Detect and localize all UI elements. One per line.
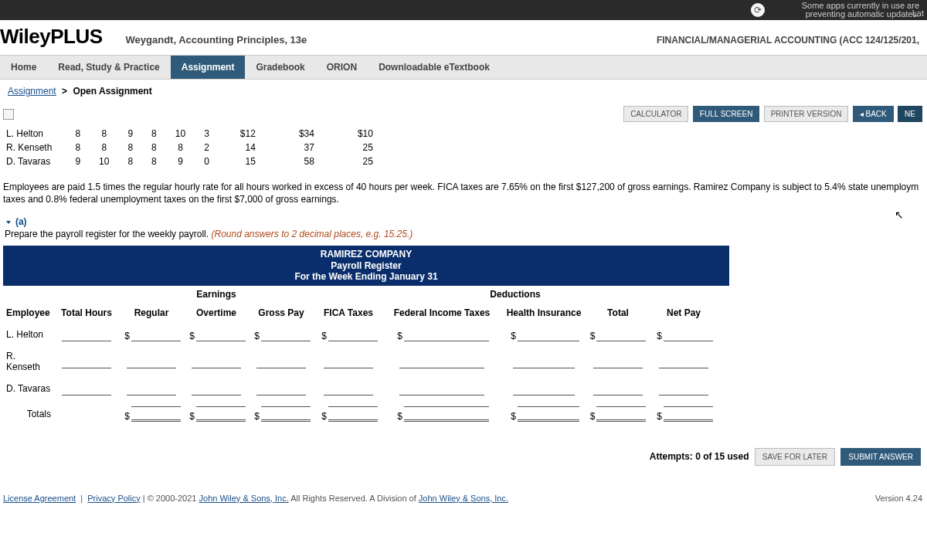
net-pay-input[interactable] [659, 355, 708, 368]
cursor-icon: ↖ [895, 209, 904, 221]
regular-total-input[interactable] [131, 406, 181, 422]
health-input[interactable] [513, 355, 575, 368]
federal-input[interactable] [399, 355, 484, 368]
course-section: FINANCIAL/MANAGERIAL ACCOUNTING (ACC 124… [657, 35, 919, 49]
gross-input[interactable] [261, 328, 311, 341]
assignment-toolbar: CALCULATOR FULL SCREEN PRINTER VERSION ◂… [617, 103, 927, 125]
emp-name: L. Helton [3, 127, 66, 141]
item-marker-icon [3, 109, 14, 120]
breadcrumb: Assignment > Open Assignment [0, 80, 927, 103]
browser-update-banner: ⟳ Some apps currently in use are prevent… [0, 0, 927, 20]
health-input[interactable] [518, 328, 579, 341]
part-letter: (a) [15, 216, 27, 227]
payroll-register: RAMIREZ COMPANY Payroll Register For the… [3, 246, 729, 426]
total-ded-input[interactable] [593, 355, 643, 368]
license-agreement-link[interactable]: License Agreement [3, 494, 76, 503]
footer-copy-mid: All Rights Reserved. A Division of [290, 494, 419, 503]
privacy-policy-link[interactable]: Privacy Policy [87, 494, 140, 503]
federal-input[interactable] [404, 328, 489, 341]
fica-input[interactable] [324, 382, 373, 395]
register-row-kenseth: R. Kenseth [3, 346, 729, 377]
nav-read-study-practice[interactable]: Read, Study & Practice [47, 56, 170, 79]
register-row-helton: L. Helton $ $ $ $ $ $ $ $ [3, 323, 729, 346]
problem-text: Employees are paid 1.5 times the regular… [0, 176, 927, 216]
row-label: L. Helton [3, 324, 54, 344]
total-hours-input[interactable] [62, 355, 111, 368]
brand-bar: WileyPLUS Weygandt, Accounting Principle… [0, 20, 927, 55]
register-columns: Employee Total Hours Regular Overtime Gr… [3, 303, 729, 323]
deductions-header: Deductions [379, 286, 652, 303]
total-ded-input[interactable] [593, 382, 643, 395]
hours-data-table: L. Helton 8898103 $12 $34 $10 R. Kenseth… [3, 127, 395, 168]
breadcrumb-sep: > [62, 86, 67, 97]
earnings-header: Earnings [119, 286, 314, 303]
federal-input[interactable] [399, 382, 484, 395]
net-pay-input[interactable] [664, 328, 713, 341]
save-for-later-button[interactable]: SAVE FOR LATER [755, 448, 835, 466]
table-row: D. Tavaras 9108890 15 58 25 [3, 154, 395, 168]
collapse-icon: ▼ [5, 219, 12, 226]
total-hours-input[interactable] [62, 328, 111, 341]
part-label[interactable]: ▼(a) [0, 216, 927, 227]
back-button[interactable]: ◂ BACK [853, 106, 894, 122]
banner-right-trunc: Lat [912, 9, 924, 18]
fica-input[interactable] [324, 355, 373, 368]
submit-answer-button[interactable]: SUBMIT ANSWER [840, 448, 921, 466]
breadcrumb-link-assignment[interactable]: Assignment [8, 86, 56, 97]
table-row: L. Helton 8898103 $12 $34 $10 [3, 127, 395, 141]
emp-name: D. Tavaras [3, 154, 66, 168]
total-hours-input[interactable] [62, 382, 111, 395]
row-label: D. Tavaras [3, 378, 54, 399]
overtime-input[interactable] [196, 328, 246, 341]
banner-line2: preventing automatic updates. [806, 9, 919, 19]
nav-home[interactable]: Home [0, 56, 47, 79]
brand-logo: WileyPLUS [0, 25, 103, 49]
page-footer: License Agreement | Privacy Policy | © 2… [0, 470, 927, 507]
federal-total-input[interactable] [404, 406, 489, 422]
calculator-button[interactable]: CALCULATOR [623, 106, 688, 122]
net-pay-total-input[interactable] [664, 406, 713, 422]
course-title: Weygandt, Accounting Principles, 13e [126, 34, 657, 49]
gross-total-input[interactable] [261, 406, 311, 422]
regular-input[interactable] [127, 355, 176, 368]
regular-input[interactable] [131, 328, 181, 341]
table-row: R. Kenseth 888882 14 37 25 [3, 141, 395, 154]
emp-name: R. Kenseth [3, 141, 66, 154]
register-title: RAMIREZ COMPANY Payroll Register For the… [3, 246, 729, 285]
gross-input[interactable] [256, 382, 306, 395]
printer-version-button[interactable]: PRINTER VERSION [764, 106, 849, 122]
gross-input[interactable] [256, 355, 306, 368]
footer-wiley-link2[interactable]: John Wiley & Sons, Inc. [419, 494, 508, 503]
footer-wiley-link1[interactable]: John Wiley & Sons, Inc. [199, 494, 289, 503]
total-ded-input[interactable] [596, 328, 646, 341]
net-pay-input[interactable] [659, 382, 708, 395]
version-label: Version 4.24 [875, 494, 922, 503]
register-row-tavaras: D. Tavaras [3, 377, 729, 400]
row-label: R. Kenseth [3, 346, 54, 377]
attempts-row: Attempts: 0 of 15 used SAVE FOR LATER SU… [0, 426, 927, 470]
main-nav: Home Read, Study & Practice Assignment G… [0, 55, 927, 80]
overtime-input[interactable] [192, 382, 241, 395]
overtime-total-input[interactable] [196, 406, 246, 422]
instr-text: Prepare the payroll register for the wee… [5, 229, 211, 239]
attempts-label: Attempts: 0 of 15 used [650, 451, 749, 462]
part-instructions: Prepare the payroll register for the wee… [0, 227, 927, 246]
nav-etextbook[interactable]: Downloadable eTextbook [368, 56, 501, 79]
total-ded-total-input[interactable] [596, 406, 646, 422]
fica-input[interactable] [328, 328, 378, 341]
next-button[interactable]: NE [898, 106, 922, 122]
overtime-input[interactable] [192, 355, 241, 368]
health-input[interactable] [513, 382, 575, 395]
nav-gradebook[interactable]: Gradebook [245, 56, 315, 79]
nav-assignment[interactable]: Assignment [171, 56, 246, 79]
register-row-totals: Totals $ $ $ $ $ $ $ $ [3, 402, 729, 426]
breadcrumb-current: Open Assignment [73, 86, 151, 97]
regular-input[interactable] [127, 382, 176, 395]
footer-copy-pre: | © 2000-2021 [143, 494, 199, 503]
full-screen-button[interactable]: FULL SCREEN [693, 106, 760, 122]
health-total-input[interactable] [518, 406, 579, 422]
nav-orion[interactable]: ORION [316, 56, 368, 79]
instr-hint: (Round answers to 2 decimal places, e.g.… [211, 229, 413, 239]
fica-total-input[interactable] [328, 406, 378, 422]
assignment-toolbar-row: CALCULATOR FULL SCREEN PRINTER VERSION ◂… [0, 103, 927, 125]
